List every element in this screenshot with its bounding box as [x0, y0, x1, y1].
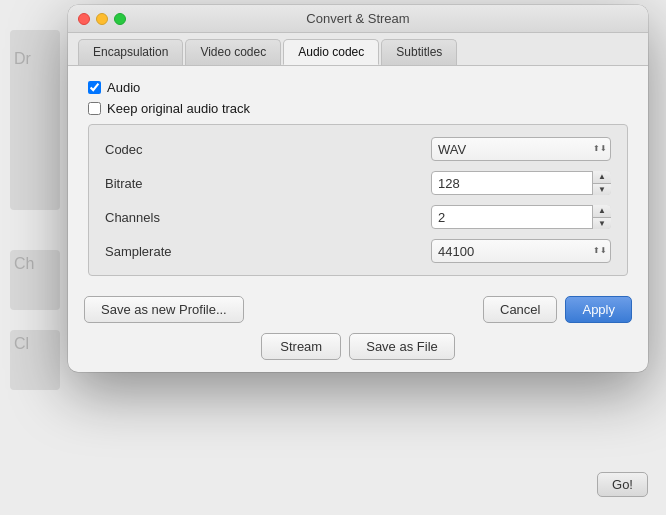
audio-checkbox[interactable] — [88, 81, 101, 94]
channels-decrement[interactable]: ▼ — [593, 218, 611, 230]
samplerate-select[interactable]: 8000 11025 16000 22050 44100 48000 96000 — [431, 239, 611, 263]
codec-select-wrapper: WAV MP3 AAC FLAC OGG WMA — [431, 137, 611, 161]
bitrate-input[interactable] — [431, 171, 611, 195]
save-profile-button[interactable]: Save as new Profile... — [84, 296, 244, 323]
bg-text-ch: Ch — [14, 255, 34, 273]
codec-label: Codec — [105, 142, 205, 157]
channels-increment[interactable]: ▲ — [593, 205, 611, 218]
samplerate-row: Samplerate 8000 11025 16000 22050 44100 … — [105, 239, 611, 263]
audio-checkbox-row: Audio — [88, 80, 628, 95]
bitrate-row: Bitrate ▲ ▼ — [105, 171, 611, 195]
channels-input[interactable] — [431, 205, 611, 229]
bitrate-label: Bitrate — [105, 176, 205, 191]
bitrate-control: ▲ ▼ — [205, 171, 611, 195]
minimize-button[interactable] — [96, 13, 108, 25]
apply-button[interactable]: Apply — [565, 296, 632, 323]
channels-stepper: ▲ ▼ — [592, 205, 611, 229]
keep-original-row: Keep original audio track — [88, 101, 628, 116]
tabs-bar: Encapsulation Video codec Audio codec Su… — [68, 33, 648, 66]
title-bar: Convert & Stream — [68, 5, 648, 33]
samplerate-select-wrapper: 8000 11025 16000 22050 44100 48000 96000 — [431, 239, 611, 263]
convert-stream-dialog: Convert & Stream Encapsulation Video cod… — [68, 5, 648, 372]
ok-cancel-buttons: Cancel Apply — [483, 296, 632, 323]
traffic-lights — [78, 13, 126, 25]
dialog-footer: Save as new Profile... Cancel Apply Stre… — [68, 286, 648, 372]
codec-row: Codec WAV MP3 AAC FLAC OGG WMA — [105, 137, 611, 161]
bitrate-decrement[interactable]: ▼ — [593, 184, 611, 196]
maximize-button[interactable] — [114, 13, 126, 25]
close-button[interactable] — [78, 13, 90, 25]
keep-original-label: Keep original audio track — [107, 101, 250, 116]
codec-control: WAV MP3 AAC FLAC OGG WMA — [205, 137, 611, 161]
channels-label: Channels — [105, 210, 205, 225]
channels-row: Channels ▲ ▼ — [105, 205, 611, 229]
samplerate-label: Samplerate — [105, 244, 205, 259]
action-buttons-row: Save as new Profile... Cancel Apply — [84, 296, 632, 323]
tab-content: Audio Keep original audio track Codec WA… — [68, 66, 648, 286]
bitrate-input-wrap: ▲ ▼ — [431, 171, 611, 195]
convert-buttons-row: Stream Save as File — [84, 333, 632, 360]
save-as-file-button[interactable]: Save as File — [349, 333, 455, 360]
cancel-button[interactable]: Cancel — [483, 296, 557, 323]
tab-encapsulation[interactable]: Encapsulation — [78, 39, 183, 65]
audio-settings-form: Codec WAV MP3 AAC FLAC OGG WMA — [88, 124, 628, 276]
bg-text-cl: Cl — [14, 335, 29, 353]
channels-input-wrap: ▲ ▼ — [431, 205, 611, 229]
channels-control: ▲ ▼ — [205, 205, 611, 229]
dialog-title: Convert & Stream — [306, 11, 409, 26]
app-background: Dr Ch Cl Go! Convert & Stream Encapsulat… — [0, 0, 666, 515]
codec-select[interactable]: WAV MP3 AAC FLAC OGG WMA — [431, 137, 611, 161]
bg-text-dr: Dr — [14, 50, 31, 68]
bitrate-stepper: ▲ ▼ — [592, 171, 611, 195]
go-button[interactable]: Go! — [597, 472, 648, 497]
bitrate-increment[interactable]: ▲ — [593, 171, 611, 184]
tab-video-codec[interactable]: Video codec — [185, 39, 281, 65]
stream-button[interactable]: Stream — [261, 333, 341, 360]
keep-original-checkbox[interactable] — [88, 102, 101, 115]
tab-audio-codec[interactable]: Audio codec — [283, 39, 379, 65]
tab-subtitles[interactable]: Subtitles — [381, 39, 457, 65]
samplerate-control: 8000 11025 16000 22050 44100 48000 96000 — [205, 239, 611, 263]
audio-label: Audio — [107, 80, 140, 95]
